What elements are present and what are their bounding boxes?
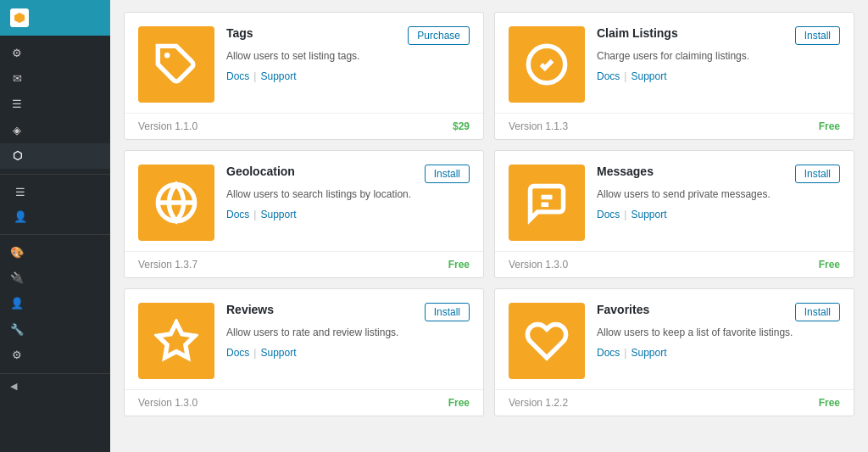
appearance-icon: 🎨	[10, 245, 24, 260]
tools-icon: 🔧	[10, 322, 24, 338]
ext-footer-favorites: Version 1.2.2 Free	[495, 389, 854, 416]
ext-docs-link-geolocation[interactable]: Docs	[226, 209, 249, 220]
sidebar-logo[interactable]	[0, 0, 110, 36]
ext-support-link-reviews[interactable]: Support	[260, 347, 296, 359]
ext-support-link-tags[interactable]: Support	[260, 70, 296, 82]
ext-body-favorites: Favorites Install Allow users to keep a …	[495, 289, 854, 389]
ext-info-favorites: Favorites Install Allow users to keep a …	[597, 303, 840, 379]
ext-docs-link-favorites[interactable]: Docs	[597, 347, 620, 359]
sidebar-item-templates[interactable]: ☰	[0, 92, 110, 117]
ext-footer-reviews: Version 1.3.0 Free	[125, 389, 483, 416]
emails-icon: ✉	[10, 71, 24, 86]
sidebar-item-emails[interactable]: ✉	[0, 66, 110, 92]
ext-docs-link-claim-listings[interactable]: Docs	[597, 70, 620, 82]
users-icon: 👤	[10, 296, 24, 311]
sidebar-item-plugins[interactable]: 🔌	[0, 265, 110, 291]
ext-icon-favorites	[509, 303, 585, 379]
sidebar-item-appearance[interactable]: 🎨	[0, 240, 110, 265]
collapse-menu-button[interactable]: ◀	[0, 374, 110, 399]
ext-name-reviews: Reviews	[226, 303, 274, 316]
ext-support-link-messages[interactable]: Support	[631, 209, 666, 220]
listings-icon: ☰	[14, 186, 27, 198]
ext-support-link-favorites[interactable]: Support	[631, 347, 666, 359]
ext-header-claim-listings: Claim Listings Install	[597, 26, 840, 45]
ext-card-favorites: Favorites Install Allow users to keep a …	[494, 288, 854, 416]
plugins-icon: 🔌	[10, 271, 24, 286]
ext-info-reviews: Reviews Install Allow users to rate and …	[226, 303, 470, 379]
ext-links-tags: Docs | Support	[226, 70, 470, 82]
ext-info-geolocation: Geolocation Install Allow users to searc…	[226, 165, 470, 241]
ext-body-messages: Messages Install Allow users to send pri…	[495, 151, 854, 251]
ext-header-geolocation: Geolocation Install	[226, 165, 470, 183]
ext-support-link-claim-listings[interactable]: Support	[631, 70, 666, 82]
svg-marker-0	[14, 13, 25, 23]
ext-docs-link-reviews[interactable]: Docs	[226, 347, 249, 359]
sidebar-item-themes[interactable]: ◈	[0, 118, 110, 143]
ext-link-separator-messages: |	[624, 209, 626, 220]
ext-version-reviews: Version 1.3.0	[138, 397, 198, 409]
ext-icon-claim-listings	[509, 26, 585, 103]
ext-docs-link-tags[interactable]: Docs	[226, 70, 249, 82]
ext-desc-tags: Allow users to set listing tags.	[226, 49, 470, 64]
main-content: Tags Purchase Allow users to set listing…	[110, 0, 868, 452]
collapse-icon: ◀	[10, 381, 17, 392]
sidebar-wp-section: 🎨 🔌 👤 🔧 ⚙	[0, 235, 110, 374]
ext-version-claim-listings: Version 1.1.3	[509, 120, 568, 132]
ext-docs-link-messages[interactable]: Docs	[597, 209, 620, 220]
ext-info-messages: Messages Install Allow users to send pri…	[597, 165, 840, 241]
ext-version-tags: Version 1.1.0	[138, 120, 198, 132]
themes-icon: ◈	[10, 123, 24, 138]
sidebar-item-vendors[interactable]: 👤	[0, 204, 110, 229]
ext-body-geolocation: Geolocation Install Allow users to searc…	[125, 151, 483, 251]
ext-body-reviews: Reviews Install Allow users to rate and …	[125, 289, 483, 389]
ext-header-favorites: Favorites Install	[597, 303, 840, 321]
svg-marker-7	[158, 322, 194, 357]
ext-links-claim-listings: Docs | Support	[597, 70, 840, 82]
ext-card-geolocation: Geolocation Install Allow users to searc…	[124, 150, 484, 278]
ext-links-geolocation: Docs | Support	[226, 209, 470, 220]
ext-action-button-favorites[interactable]: Install	[795, 303, 840, 321]
ext-price-reviews: Free	[448, 397, 470, 409]
vendors-icon: 👤	[14, 210, 27, 223]
sidebar-item-users[interactable]: 👤	[0, 291, 110, 316]
ext-name-messages: Messages	[597, 165, 654, 178]
ext-price-tags: $29	[453, 120, 470, 132]
ext-icon-messages	[509, 165, 585, 241]
ext-link-separator-claim-listings: |	[624, 70, 626, 82]
ext-action-button-messages[interactable]: Install	[795, 165, 840, 183]
ext-footer-messages: Version 1.3.0 Free	[495, 251, 854, 277]
ext-info-claim-listings: Claim Listings Install Charge users for …	[597, 26, 840, 103]
templates-icon: ☰	[10, 97, 24, 112]
ext-name-favorites: Favorites	[597, 303, 649, 316]
ext-link-separator-tags: |	[253, 70, 256, 82]
extensions-icon: ⬡	[10, 148, 24, 164]
sidebar-item-extensions[interactable]: ⬡	[0, 143, 110, 169]
ext-action-button-tags[interactable]: Purchase	[408, 26, 470, 45]
ext-footer-geolocation: Version 1.3.7 Free	[125, 251, 483, 277]
ext-price-favorites: Free	[819, 397, 840, 409]
ext-action-button-geolocation[interactable]: Install	[425, 165, 470, 183]
sidebar-item-listings[interactable]: ☰	[0, 180, 110, 204]
ext-link-separator-reviews: |	[253, 347, 256, 359]
wp-settings-icon: ⚙	[10, 348, 24, 363]
sidebar-item-settings[interactable]: ⚙	[0, 41, 110, 66]
ext-links-reviews: Docs | Support	[226, 347, 470, 359]
ext-desc-favorites: Allow users to keep a list of favorite l…	[597, 326, 840, 340]
ext-version-favorites: Version 1.2.2	[509, 397, 568, 409]
ext-body-tags: Tags Purchase Allow users to set listing…	[125, 13, 483, 113]
ext-version-geolocation: Version 1.3.7	[138, 259, 198, 271]
ext-support-link-geolocation[interactable]: Support	[260, 209, 296, 220]
ext-desc-geolocation: Allow users to search listings by locati…	[226, 187, 470, 202]
ext-card-tags: Tags Purchase Allow users to set listing…	[124, 12, 484, 140]
ext-icon-tags	[138, 26, 214, 103]
ext-action-button-reviews[interactable]: Install	[425, 303, 470, 321]
ext-header-reviews: Reviews Install	[226, 303, 470, 321]
hivepress-logo-icon	[10, 8, 29, 27]
ext-action-button-claim-listings[interactable]: Install	[795, 26, 840, 45]
settings-icon: ⚙	[10, 46, 24, 61]
sidebar-group-section: ☰ 👤	[0, 175, 110, 235]
ext-footer-tags: Version 1.1.0 $29	[125, 113, 483, 139]
ext-desc-claim-listings: Charge users for claiming listings.	[597, 49, 840, 64]
sidebar-item-wp-settings[interactable]: ⚙	[0, 343, 110, 368]
sidebar-item-tools[interactable]: 🔧	[0, 317, 110, 343]
